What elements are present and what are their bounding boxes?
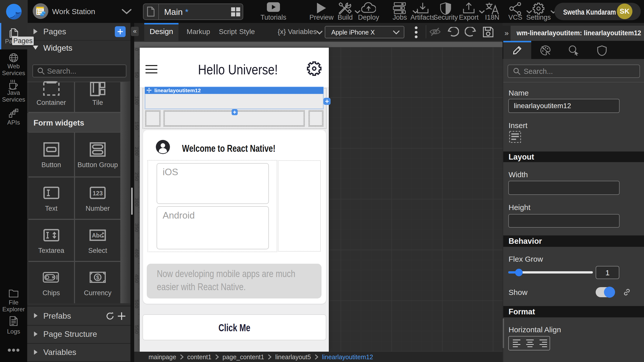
svg-text:123: 123 [93, 190, 103, 197]
svg-text:$: $ [96, 274, 99, 281]
svg-text:Abc: Abc [92, 232, 103, 239]
